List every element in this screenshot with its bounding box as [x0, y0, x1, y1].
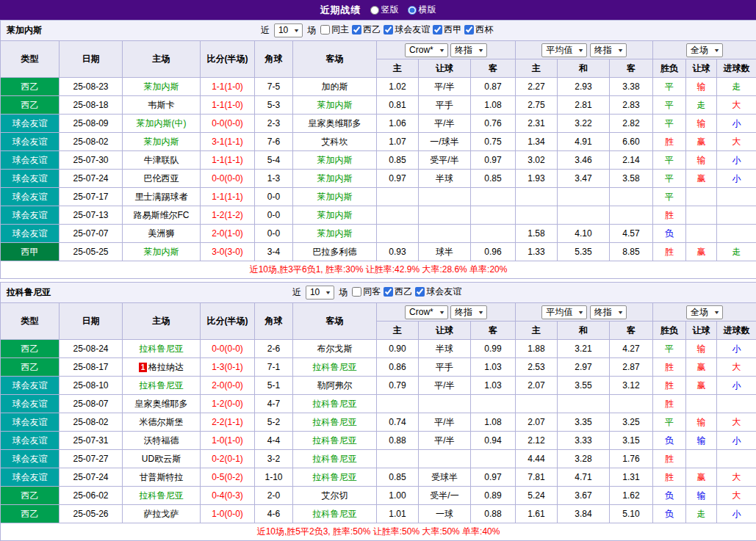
result-outcome-cell: 胜 [653, 206, 686, 225]
average-select[interactable]: 平均值▼ [541, 305, 587, 319]
away-team-cell: 拉科鲁尼亚 [293, 468, 377, 487]
score-cell: 0-2(0-1) [201, 450, 255, 468]
horizontal-layout-radio[interactable] [408, 6, 417, 15]
away-team-name: 皇家奥维耶多 [309, 118, 361, 128]
filter-checkbox-西乙[interactable]: 西乙 [384, 286, 412, 297]
dropdown-arrow-icon: ▼ [713, 307, 720, 318]
filter-checkbox-球会友谊[interactable]: 球会友谊 [415, 286, 461, 297]
away-team-cell: 布尔戈斯 [293, 340, 377, 358]
checkbox-input[interactable] [352, 25, 361, 35]
titlebar: 近期战绩 竖版 横版 [0, 0, 756, 20]
away-team-cell: 莱加内斯 [293, 206, 377, 225]
handicap-away-odds-cell: 0.96 [471, 243, 516, 261]
handicap-line-cell: 半球 [419, 170, 471, 188]
away-team-name: 莱加内斯 [317, 100, 353, 110]
match-row: 西乙25-06-02拉科鲁尼亚0-4(0-3)2-0艾尔切1.00受半/一0.8… [1, 487, 756, 505]
fulltime-select[interactable]: 全场▼ [686, 43, 723, 57]
match-row: 西乙25-08-171格拉纳达1-3(0-1)7-1拉科鲁尼亚0.86平手1.0… [1, 358, 756, 377]
result-handicap-cell [686, 450, 717, 468]
handicap-away-odds-cell [471, 206, 516, 225]
handicap-home-odds-cell [377, 450, 419, 468]
corner-cell: 4-7 [255, 395, 293, 413]
match-row: 西甲25-05-25莱加内斯3-0(3-0)3-4巴拉多利德0.93球半0.96… [1, 243, 756, 261]
col-away: 客场 [293, 303, 377, 340]
col-corner: 角球 [255, 41, 293, 78]
date-cell: 25-05-25 [60, 243, 123, 261]
avg-draw-odds-cell: 3.84 [558, 505, 610, 523]
avg-draw-odds-cell: 4.71 [558, 468, 610, 487]
checkbox-label: 同主 [331, 24, 349, 35]
match-row: 球会友谊25-08-02莱加内斯3-1(1-1)7-6艾科坎1.07一/球半0.… [1, 133, 756, 151]
checkbox-input[interactable] [352, 287, 361, 297]
date-cell: 25-07-30 [60, 151, 123, 170]
corner-cell: 0-0 [255, 225, 293, 243]
filter-checkbox-同主[interactable]: 同主 [320, 24, 349, 35]
away-team-cell: 加的斯 [293, 78, 377, 96]
match-count-select[interactable]: 10▼ [306, 286, 334, 299]
bookmaker-select[interactable]: Crow*▼ [405, 305, 448, 319]
filter-checkbox-西杯[interactable]: 西杯 [464, 24, 493, 35]
europe-odds-time-select[interactable]: 终指▼ [590, 43, 627, 57]
away-team-cell: 拉科鲁尼亚 [293, 432, 377, 450]
match-row: 球会友谊25-07-17里士满踢球者1-1(1-1)0-0莱加内斯平 [1, 188, 756, 206]
checkbox-input[interactable] [384, 25, 393, 35]
match-row: 球会友谊25-08-09莱加内斯(中)0-0(0-0)2-3皇家奥维耶多1.06… [1, 115, 756, 133]
checkbox-input[interactable] [464, 25, 474, 35]
col-handicap-home: 主 [377, 322, 419, 340]
handicap-odds-time-select[interactable]: 终指▼ [450, 305, 487, 319]
match-count-select[interactable]: 10▼ [274, 23, 303, 37]
home-team-cell: 莱加内斯 [123, 78, 201, 96]
match-row: 西乙25-08-18韦斯卡1-1(1-0)5-3莱加内斯0.81平手1.082.… [1, 96, 756, 115]
fulltime-select[interactable]: 全场▼ [686, 305, 723, 319]
result-outcome-cell: 平 [653, 340, 686, 358]
score-cell: 2-2(1-1) [201, 413, 255, 432]
home-team-name: 萨拉戈萨 [144, 509, 179, 519]
col-home: 主场 [123, 41, 201, 78]
result-goals-cell: 大 [717, 487, 756, 505]
checkbox-input[interactable] [384, 287, 393, 297]
layout-option-vertical[interactable]: 竖版 [370, 4, 399, 16]
score-cell: 1-2(0-0) [201, 395, 255, 413]
result-goals-cell: 小 [717, 377, 756, 395]
bookmaker-select[interactable]: Crow*▼ [405, 43, 448, 57]
avg-draw-odds-cell: 3.35 [558, 413, 610, 432]
handicap-away-odds-cell: 0.88 [471, 505, 516, 523]
col-avg-home: 主 [516, 59, 558, 78]
dropdown-arrow-icon: ▼ [713, 45, 720, 56]
score-cell: 3-1(1-1) [201, 133, 255, 151]
average-select[interactable]: 平均值▼ [541, 43, 587, 57]
layout-option-horizontal[interactable]: 横版 [408, 4, 436, 16]
vertical-layout-radio[interactable] [370, 6, 379, 15]
result-goals-cell: 小 [717, 170, 756, 188]
score-cell: 1-1(1-0) [201, 78, 255, 96]
checkbox-input[interactable] [433, 25, 442, 35]
corner-cell: 7-1 [255, 358, 293, 377]
checkbox-input[interactable] [415, 287, 425, 297]
date-cell: 25-07-13 [60, 206, 123, 225]
avg-away-odds-cell: 3.58 [610, 170, 653, 188]
checkbox-label: 同客 [363, 286, 381, 297]
avg-home-odds-cell: 1.58 [516, 225, 558, 243]
result-handicap-cell: 走 [686, 96, 717, 115]
date-cell: 25-08-02 [60, 413, 123, 432]
filter-checkbox-同客[interactable]: 同客 [352, 286, 381, 297]
away-team-cell: 拉科鲁尼亚 [293, 505, 377, 523]
home-team-name: 韦斯卡 [148, 100, 175, 110]
checkbox-input[interactable] [320, 25, 330, 35]
europe-odds-time-select[interactable]: 终指▼ [590, 305, 627, 319]
avg-away-odds-cell: 8.85 [610, 243, 653, 261]
col-type: 类型 [1, 41, 60, 78]
filter-checkbox-西甲[interactable]: 西甲 [433, 24, 461, 35]
team2-table: 拉科鲁尼亚 近 10▼ 场 同客西乙球会友谊 类型 日期 主场 比分(半场) 角… [0, 282, 756, 541]
filter-checkbox-球会友谊[interactable]: 球会友谊 [384, 24, 430, 35]
match-row: 球会友谊25-07-30牛津联队1-1(1-1)5-4莱加内斯0.85受平/半0… [1, 151, 756, 170]
page-title: 近期战绩 [320, 4, 361, 17]
score-cell: 1-3(0-1) [201, 358, 255, 377]
dropdown-arrow-icon: ▼ [439, 45, 445, 56]
corner-cell: 5-4 [255, 151, 293, 170]
handicap-odds-time-select[interactable]: 终指▼ [450, 43, 487, 57]
home-team-name: 美洲狮 [148, 228, 175, 239]
filter-checkbox-西乙[interactable]: 西乙 [352, 24, 381, 35]
result-outcome-cell: 平 [653, 151, 686, 170]
team1-filter-row: 莱加内斯 近 10▼ 场 同主西乙球会友谊西甲西杯 [1, 21, 756, 41]
